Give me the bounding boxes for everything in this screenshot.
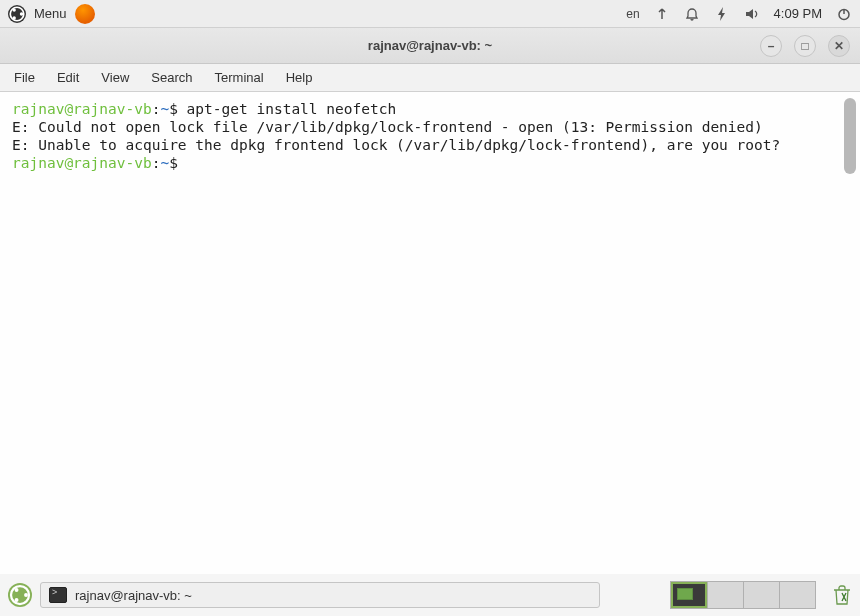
menu-view[interactable]: View: [101, 70, 129, 85]
bell-icon[interactable]: [684, 6, 700, 22]
language-indicator[interactable]: en: [626, 7, 639, 21]
volume-icon[interactable]: [744, 6, 760, 22]
prompt-dollar: $: [169, 155, 178, 171]
ubuntu-logo-icon[interactable]: [8, 5, 26, 23]
workspace-3[interactable]: [743, 582, 779, 608]
output-line-2: E: Unable to acquire the dpkg frontend l…: [12, 137, 780, 153]
prompt-dollar: $: [169, 101, 178, 117]
start-menu-icon[interactable]: [8, 583, 32, 607]
workspace-2[interactable]: [707, 582, 743, 608]
prompt-user: rajnav@rajnav-vb: [12, 101, 152, 117]
close-button[interactable]: ✕: [828, 35, 850, 57]
terminal-content[interactable]: rajnav@rajnav-vb:~$ apt-get install neof…: [0, 92, 860, 574]
maximize-button[interactable]: □: [794, 35, 816, 57]
menu-terminal[interactable]: Terminal: [215, 70, 264, 85]
menu-label[interactable]: Menu: [34, 6, 67, 21]
system-top-panel: Menu en 4:09 PM: [0, 0, 860, 28]
workspace-1[interactable]: [671, 582, 707, 608]
svg-point-8: [15, 598, 19, 602]
scrollbar[interactable]: [844, 98, 856, 174]
clock[interactable]: 4:09 PM: [774, 6, 822, 21]
menu-search[interactable]: Search: [151, 70, 192, 85]
menu-help[interactable]: Help: [286, 70, 313, 85]
command-1: apt-get install neofetch: [178, 101, 396, 117]
trash-icon[interactable]: [832, 583, 852, 607]
taskbar-item-label: rajnav@rajnav-vb: ~: [75, 588, 192, 603]
command-2: [178, 155, 187, 171]
output-line-1: E: Could not open lock file /var/lib/dpk…: [12, 119, 763, 135]
power-icon[interactable]: [836, 6, 852, 22]
svg-point-7: [15, 588, 19, 592]
svg-point-6: [24, 593, 28, 597]
workspace-switcher: [670, 581, 816, 609]
lightning-icon[interactable]: [714, 6, 730, 22]
taskbar-item-terminal[interactable]: rajnav@rajnav-vb: ~: [40, 582, 600, 608]
prompt-path: ~: [160, 101, 169, 117]
up-arrow-icon[interactable]: [654, 6, 670, 22]
prompt-user: rajnav@rajnav-vb: [12, 155, 152, 171]
firefox-icon[interactable]: [75, 4, 95, 24]
terminal-icon: [49, 587, 67, 603]
window-title: rajnav@rajnav-vb: ~: [368, 38, 492, 53]
window-titlebar[interactable]: rajnav@rajnav-vb: ~ – □ ✕: [0, 28, 860, 64]
svg-point-3: [13, 16, 16, 19]
workspace-4[interactable]: [779, 582, 815, 608]
taskbar: rajnav@rajnav-vb: ~: [0, 580, 860, 610]
menu-edit[interactable]: Edit: [57, 70, 79, 85]
minimize-button[interactable]: –: [760, 35, 782, 57]
menubar: File Edit View Search Terminal Help: [0, 64, 860, 92]
menu-file[interactable]: File: [14, 70, 35, 85]
svg-point-1: [20, 12, 23, 15]
prompt-path: ~: [160, 155, 169, 171]
svg-point-2: [13, 8, 16, 11]
